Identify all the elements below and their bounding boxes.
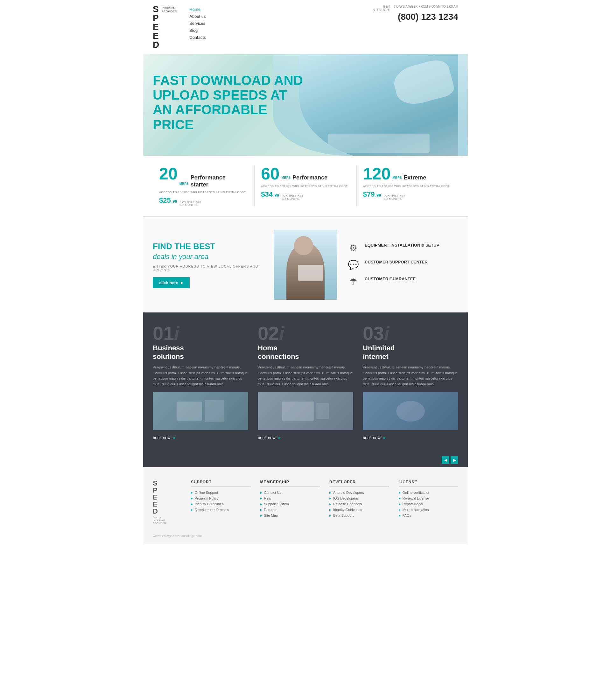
main-nav: Home About us Services Blog Contacts bbox=[189, 6, 206, 41]
gear-icon: ⚙ bbox=[347, 243, 360, 253]
footer-release-channels[interactable]: Release Channels bbox=[329, 502, 389, 506]
nav-contacts[interactable]: Contacts bbox=[189, 34, 206, 41]
footer-license-title: LICENSE bbox=[399, 480, 459, 487]
footer-support-system[interactable]: Support System bbox=[260, 502, 320, 506]
services-list: ⚙ EQUIPMENT INSTALLATION & SETUP 💬 CUSTO… bbox=[347, 243, 458, 287]
footer-bottom: www.heritage-christiancollege.com bbox=[153, 534, 458, 538]
footer-online-support[interactable]: Online Support bbox=[191, 491, 251, 494]
plan-120-hotspot: ACCESS TO 100,000 WIFI HOTSPOTS AT NO EX… bbox=[363, 184, 452, 188]
solution-03-italic: i bbox=[384, 325, 389, 341]
plan-120-price: $79 bbox=[363, 190, 375, 198]
service-support-text: CUSTOMER SUPPORT CENTER bbox=[365, 259, 428, 265]
click-here-button[interactable]: click here bbox=[153, 277, 190, 288]
nav-about[interactable]: About us bbox=[189, 13, 206, 20]
service-guarantee: ☂ CUSTOMER GUARANTEE bbox=[347, 277, 458, 287]
footer-identity-guide-dev[interactable]: Identity Guidelines bbox=[329, 508, 389, 512]
solution-02-italic: i bbox=[279, 325, 284, 341]
hero-content: FAST DOWNLOAD AND UPLOAD SPEEDS AT AN AF… bbox=[153, 73, 306, 132]
find-deals: FIND THE BEST deals in your area ENTER Y… bbox=[153, 241, 264, 288]
plan-20-price: $25 bbox=[159, 196, 171, 205]
plan-60-unit: Mbps bbox=[281, 176, 290, 179]
footer-col-license: LICENSE Online verification Renewal Lice… bbox=[399, 480, 459, 525]
service-support: 💬 CUSTOMER SUPPORT CENTER bbox=[347, 259, 458, 270]
footer-more-information[interactable]: More Information bbox=[399, 508, 459, 512]
footer: SPEED © 2013INTERNET PROVIDER SUPPORT On… bbox=[143, 467, 468, 544]
logo: SPEED INTERNETPROVIDER bbox=[153, 5, 177, 49]
footer-ios-dev[interactable]: IOS Developers bbox=[329, 496, 389, 500]
footer-col-support: SUPPORT Online Support Program Policy Id… bbox=[191, 480, 251, 525]
carousel-nav: ◀ ▶ bbox=[143, 453, 468, 467]
solutions-grid: 01 i Businesssolutions Praesent vestibul… bbox=[153, 325, 458, 441]
footer-beta-support[interactable]: Beta Support bbox=[329, 513, 389, 517]
hero-image bbox=[299, 54, 458, 156]
footer-contact-us[interactable]: Contact Us bbox=[260, 491, 320, 494]
footer-col-membership: MEMBERSHIP Contact Us Help Support Syste… bbox=[260, 480, 320, 525]
plan-60-price: $34 bbox=[261, 190, 273, 198]
plan-20-unit: Mbps bbox=[179, 182, 189, 185]
solution-03-book-button[interactable]: book now! bbox=[363, 435, 386, 440]
solution-02-image bbox=[258, 392, 353, 430]
plan-120-cents: .99 bbox=[375, 193, 381, 198]
plan-60-hotspot: ACCESS TO 100,000 WIFI HOTSPOTS AT NO EX… bbox=[261, 184, 350, 188]
logo-subtitle: INTERNETPROVIDER bbox=[162, 6, 177, 13]
phone-number[interactable]: (800) 123 1234 bbox=[371, 12, 458, 22]
solution-02-title: Homeconnections bbox=[258, 344, 353, 361]
nav-blog[interactable]: Blog bbox=[189, 27, 206, 34]
watermark: www.heritage-christiancollege.com bbox=[153, 534, 458, 538]
plan-120-name: Extreme bbox=[403, 174, 426, 181]
woman-image bbox=[274, 230, 337, 300]
footer-online-verification[interactable]: Online verification bbox=[399, 491, 459, 494]
plan-20: 20 Mbps Performancestarter ACCESS TO 100… bbox=[153, 165, 255, 207]
footer-site-map[interactable]: Site Map bbox=[260, 513, 320, 517]
footer-identity-guidelines[interactable]: Identity Guidelines bbox=[191, 502, 251, 506]
hero-title: FAST DOWNLOAD AND UPLOAD SPEEDS AT AN AF… bbox=[153, 73, 306, 132]
footer-development-process[interactable]: Development Process bbox=[191, 508, 251, 512]
footer-renewal-license[interactable]: Renewal License bbox=[399, 496, 459, 500]
plan-60-cents: .99 bbox=[273, 193, 279, 198]
chat-icon: 💬 bbox=[347, 259, 360, 270]
plans-section: 20 Mbps Performancestarter ACCESS TO 100… bbox=[143, 156, 468, 216]
nav-services[interactable]: Services bbox=[189, 20, 206, 27]
solution-03-image bbox=[363, 392, 458, 430]
prev-arrow[interactable]: ◀ bbox=[442, 456, 449, 464]
solution-01-title: Businesssolutions bbox=[153, 344, 248, 361]
solution-02-book-button[interactable]: book now! bbox=[258, 435, 281, 440]
footer-report-illegal[interactable]: Report Illegal bbox=[399, 502, 459, 506]
plan-20-period: FOR THE FIRSTSIX MONTHS bbox=[180, 200, 202, 207]
get-in-touch-label: GETIN TOUCH: bbox=[371, 5, 390, 12]
footer-col-developer: DEVELOPER Android Developers IOS Develop… bbox=[329, 480, 389, 525]
footer-membership-title: MEMBERSHIP bbox=[260, 480, 320, 487]
umbrella-icon: ☂ bbox=[347, 277, 360, 287]
footer-faqs[interactable]: FAQs bbox=[399, 513, 459, 517]
footer-help[interactable]: Help bbox=[260, 496, 320, 500]
footer-developer-title: DEVELOPER bbox=[329, 480, 389, 487]
footer-logo-letters: SPEED bbox=[153, 480, 178, 515]
footer-logo-subtitle: © 2013INTERNET PROVIDER bbox=[153, 516, 178, 525]
plan-60-speed: 60 bbox=[261, 165, 279, 182]
logo-letters: SPEED bbox=[153, 5, 160, 49]
footer-android-dev[interactable]: Android Developers bbox=[329, 491, 389, 494]
solution-business: 01 i Businesssolutions Praesent vestibul… bbox=[153, 325, 248, 441]
solution-02-desc: Praesent vestibulum aenean nonummy hendr… bbox=[258, 364, 353, 387]
contact-info: GETIN TOUCH: 7 DAYS A WEEK FROM 8:00 AM … bbox=[371, 5, 458, 22]
solution-01-book-button[interactable]: book now! bbox=[153, 435, 176, 440]
plan-60-name: Performance bbox=[293, 174, 327, 181]
solution-03-desc: Praesent vestibulum aenean nonummy hendr… bbox=[363, 364, 458, 387]
footer-columns: SUPPORT Online Support Program Policy Id… bbox=[191, 480, 458, 525]
solution-01-number: 01 bbox=[153, 325, 174, 341]
plan-20-name: Performancestarter bbox=[191, 174, 226, 188]
footer-program-policy[interactable]: Program Policy bbox=[191, 496, 251, 500]
header: SPEED INTERNETPROVIDER Home About us Ser… bbox=[143, 0, 468, 54]
solution-02-number: 02 bbox=[258, 325, 279, 341]
footer-top: SPEED © 2013INTERNET PROVIDER SUPPORT On… bbox=[153, 480, 458, 525]
plan-60: 60 Mbps Performance ACCESS TO 100,000 WI… bbox=[255, 165, 356, 207]
find-deals-title: FIND THE BEST deals in your area bbox=[153, 241, 264, 261]
footer-returns[interactable]: Returns bbox=[260, 508, 320, 512]
middle-section: FIND THE BEST deals in your area ENTER Y… bbox=[143, 216, 468, 312]
solution-01-image bbox=[153, 392, 248, 430]
next-arrow[interactable]: ▶ bbox=[451, 456, 458, 464]
plan-20-hotspot: ACCESS TO 100,000 WIFI HOTSPOTS AT NO EX… bbox=[159, 191, 248, 194]
solution-03-number: 03 bbox=[363, 325, 384, 341]
service-installation-text: EQUIPMENT INSTALLATION & SETUP bbox=[365, 243, 439, 248]
nav-home[interactable]: Home bbox=[189, 6, 206, 13]
